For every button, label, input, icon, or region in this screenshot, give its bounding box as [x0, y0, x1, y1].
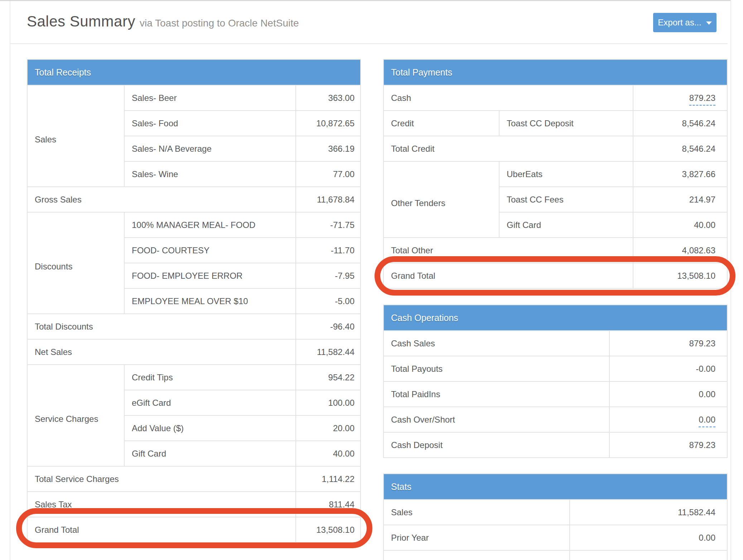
- table-row: Cash Deposit 879.23: [383, 432, 727, 458]
- row-label: Net Sales: [27, 339, 296, 365]
- row-label: Sales- N/A Beverage: [124, 136, 296, 161]
- row-value: 100.00: [296, 390, 361, 415]
- row-label: Sales: [383, 500, 570, 525]
- row-label: Total Service Charges: [27, 466, 296, 492]
- row-label: Sales- Food: [124, 111, 296, 136]
- table-row: Credit Toast CC Deposit 8,546.24: [383, 111, 727, 136]
- table-row: Net Sales 11,582.44: [27, 339, 361, 365]
- row-label: Grand Total: [383, 263, 633, 288]
- row-label: Sales- Beer: [124, 85, 296, 111]
- report-title: Sales Summary: [27, 13, 135, 30]
- row-value: 20.00: [296, 415, 361, 441]
- row-value: -96.40: [296, 314, 361, 339]
- header-divider: [10, 43, 728, 44]
- row-value: 13,508.10: [633, 263, 727, 288]
- row-value: 811.44: [296, 492, 361, 517]
- row-value: 11,582.44: [296, 339, 361, 365]
- row-label: UberEats: [499, 161, 633, 187]
- sales-summary-page: Sales Summaryvia Toast posting to Oracle…: [0, 0, 743, 560]
- row-value: 0.00: [609, 381, 727, 407]
- row-value: 10,872.65: [296, 111, 361, 136]
- row-label: Cash Sales: [383, 331, 609, 356]
- row-label: Gift Card: [499, 212, 633, 238]
- table-row: Other Tenders UberEats 3,827.66: [383, 161, 727, 187]
- row-label: Grand Total: [27, 517, 296, 542]
- row-value: -0.00: [609, 356, 727, 381]
- table-row: Cash Over/Short 0.00: [383, 407, 727, 432]
- row-label: Total Other: [383, 238, 633, 263]
- row-label: Toast CC Deposit: [499, 111, 633, 136]
- table-row: Prior Year 0.00: [383, 525, 727, 550]
- row-label: eGift Card: [124, 390, 296, 415]
- table-row: Sales Tax 811.44: [27, 492, 361, 517]
- chevron-down-icon: [706, 21, 712, 25]
- group-label: Other Tenders: [383, 161, 499, 238]
- row-value: -71.75: [296, 212, 361, 238]
- row-label: Total Payouts: [383, 356, 609, 381]
- table-row-grand-total: Grand Total 13,508.10: [27, 517, 361, 542]
- row-label: Sales Tax: [27, 492, 296, 517]
- export-as-label: Export as...: [658, 18, 701, 28]
- row-label: Total Discounts: [27, 314, 296, 339]
- table-row: Cash Sales 879.23: [383, 331, 727, 356]
- row-value: -5.00: [296, 288, 361, 314]
- row-label: Cash Over/Short: [383, 407, 609, 432]
- row-value: -11.70: [296, 238, 361, 263]
- total-payments-table: Total Payments Cash 879.23 Credit Toast …: [383, 59, 728, 289]
- row-value: 11,582.44: [570, 500, 727, 525]
- row-label: Prior Year: [383, 525, 570, 550]
- row-value: 214.97: [633, 187, 727, 212]
- top-border: [0, 0, 730, 1]
- row-label: Add Value ($): [124, 415, 296, 441]
- table-row: Gross Sales 11,678.84: [27, 187, 361, 212]
- row-label: Total PaidIns: [383, 381, 609, 407]
- cash-over-short-editable-value[interactable]: 0.00: [699, 415, 715, 427]
- group-label: Discounts: [27, 212, 124, 314]
- table-row: Total Discounts -96.40: [27, 314, 361, 339]
- table-row: Sales Sales- Beer 363.00: [27, 85, 361, 111]
- row-value: 8,546.24: [633, 136, 727, 161]
- table-row: Cash 879.23: [383, 85, 727, 111]
- row-value: 1,114.22: [296, 466, 361, 492]
- row-value: 363.00: [296, 85, 361, 111]
- row-label: FOOD- COURTESY: [124, 238, 296, 263]
- table-row: Total Other 4,082.63: [383, 238, 727, 263]
- export-as-button[interactable]: Export as...: [653, 13, 717, 32]
- table-row: Total Credit 8,546.24: [383, 136, 727, 161]
- row-label: Credit Tips: [124, 365, 296, 390]
- report-subtitle: via Toast posting to Oracle NetSuite: [140, 18, 299, 29]
- row-value: 77.00: [296, 161, 361, 187]
- row-label: Gift Card: [124, 441, 296, 466]
- table-row: Total Payouts -0.00: [383, 356, 727, 381]
- row-label: Total Credit: [383, 136, 633, 161]
- table-row: Service Charges Credit Tips 954.22: [27, 365, 361, 390]
- left-page-border: [10, 1, 10, 560]
- group-label: Sales: [27, 85, 124, 187]
- right-page-border: [730, 0, 731, 560]
- row-label: Cash: [383, 550, 570, 560]
- total-receipts-table: Total Receipts Sales Sales- Beer 363.00 …: [27, 59, 361, 543]
- cash-editable-value[interactable]: 879.23: [689, 93, 715, 106]
- row-value: 954.22: [296, 365, 361, 390]
- row-value: 879.23: [609, 331, 727, 356]
- row-value: 8,546.24: [633, 111, 727, 136]
- row-value: 4,082.63: [633, 238, 727, 263]
- row-value: 0.00: [570, 550, 727, 560]
- row-label: EMPLOYEE MEAL OVER $10: [124, 288, 296, 314]
- row-label: FOOD- EMPLOYEE ERROR: [124, 263, 296, 288]
- row-value: 11,678.84: [296, 187, 361, 212]
- row-value: -7.95: [296, 263, 361, 288]
- row-value: 13,508.10: [296, 517, 361, 542]
- row-value: 366.19: [296, 136, 361, 161]
- row-label: Gross Sales: [27, 187, 296, 212]
- row-label: Sales- Wine: [124, 161, 296, 187]
- table-header-stats: Stats: [383, 474, 727, 500]
- row-value: 40.00: [296, 441, 361, 466]
- row-label: Cash Deposit: [383, 432, 609, 458]
- table-header-cash-operations: Cash Operations: [383, 305, 727, 331]
- row-label: Toast CC Fees: [499, 187, 633, 212]
- table-row: Total Service Charges 1,114.22: [27, 466, 361, 492]
- group-label: Credit: [383, 111, 499, 136]
- row-value: 0.00: [609, 407, 727, 432]
- row-label: Cash: [383, 85, 633, 111]
